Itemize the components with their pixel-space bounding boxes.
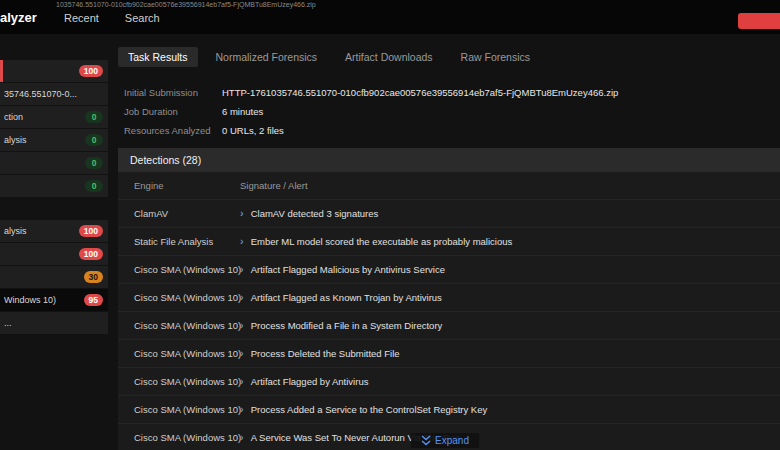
detection-signature-text: Process Deleted the Submitted File bbox=[251, 348, 400, 359]
main-content: Task ResultsNormalized ForensicsArtifact… bbox=[110, 40, 780, 450]
chevron-right-icon: › bbox=[240, 292, 244, 303]
summary-row: Job Duration6 minutes bbox=[124, 102, 780, 121]
detection-engine: Cisco SMA (Windows 10) bbox=[118, 348, 240, 359]
sidebar-item-label: alysis bbox=[4, 226, 27, 236]
detection-row[interactable]: Cisco SMA (Windows 10)›Process Modified … bbox=[118, 312, 780, 340]
chevron-right-icon: › bbox=[240, 208, 244, 219]
top-nav-item-recent[interactable]: Recent bbox=[64, 12, 99, 24]
sidebar-item[interactable]: 35746.551070-0... bbox=[0, 83, 108, 105]
summary-value: HTTP-1761035746.551070-010cfb902cae00576… bbox=[222, 87, 618, 98]
app-brand: alyzer bbox=[0, 10, 37, 25]
detections-table-body: ClamAV›ClamAV detected 3 signaturesStati… bbox=[118, 200, 780, 450]
sidebar-item[interactable]: Windows 10)95 bbox=[0, 289, 108, 311]
sidebar-item[interactable]: 100 bbox=[0, 60, 108, 82]
score-badge: 100 bbox=[79, 248, 103, 260]
detection-engine: ClamAV bbox=[118, 208, 240, 219]
expand-button[interactable]: Expand bbox=[411, 433, 479, 448]
score-badge: 0 bbox=[85, 180, 103, 192]
detection-signature: ›Artifact Flagged as Known Trojan by Ant… bbox=[240, 292, 780, 303]
chevron-right-icon: › bbox=[240, 404, 244, 415]
summary-value: 0 URLs, 2 files bbox=[222, 125, 284, 136]
submission-summary: Initial SubmissionHTTP-1761035746.551070… bbox=[124, 83, 780, 140]
sidebar-item[interactable]: ... bbox=[0, 312, 108, 334]
summary-label: Resources Analyzed bbox=[124, 125, 222, 136]
detection-signature-text: ClamAV detected 3 signatures bbox=[251, 208, 379, 219]
sidebar-item[interactable]: 100 bbox=[0, 243, 108, 265]
detection-row[interactable]: Cisco SMA (Windows 10)›Artifact Flagged … bbox=[118, 284, 780, 312]
tab-raw-forensics[interactable]: Raw Forensics bbox=[451, 47, 540, 67]
detection-row[interactable]: Cisco SMA (Windows 10)›Artifact Flagged … bbox=[118, 256, 780, 284]
detection-signature: ›A Service Was Set To Never Autorun Via … bbox=[240, 432, 780, 443]
submit-button[interactable] bbox=[738, 13, 780, 29]
summary-row: Initial SubmissionHTTP-1761035746.551070… bbox=[124, 83, 780, 102]
detection-signature-text: Process Modified a File in a System Dire… bbox=[251, 320, 443, 331]
detection-engine: Cisco SMA (Windows 10) bbox=[118, 264, 240, 275]
summary-value: 6 minutes bbox=[222, 106, 263, 117]
detection-row[interactable]: Cisco SMA (Windows 10)›Process Added a S… bbox=[118, 396, 780, 424]
score-badge: 100 bbox=[79, 225, 103, 237]
detection-signature: ›Process Added a Service to the ControlS… bbox=[240, 404, 780, 415]
sidebar-item-label: ction bbox=[4, 112, 23, 122]
detection-signature-text: Artifact Flagged by Antivirus bbox=[251, 376, 369, 387]
sidebar-item-label: ... bbox=[4, 318, 12, 328]
chevron-right-icon: › bbox=[240, 376, 244, 387]
detections-title: Detections (28) bbox=[118, 148, 780, 172]
sidebar-item[interactable]: alysis100 bbox=[0, 220, 108, 242]
summary-label: Job Duration bbox=[124, 106, 222, 117]
detection-engine: Cisco SMA (Windows 10) bbox=[118, 320, 240, 331]
detection-engine: Cisco SMA (Windows 10) bbox=[118, 376, 240, 387]
detection-signature: ›Process Deleted the Submitted File bbox=[240, 348, 780, 359]
sidebar-item[interactable]: 0 bbox=[0, 152, 108, 174]
detection-signature: ›Artifact Flagged Malicious by Antivirus… bbox=[240, 264, 780, 275]
sample-path-text: 1035746.551070-010cfb902cae00576e3955691… bbox=[56, 1, 316, 8]
chevron-right-icon: › bbox=[240, 236, 244, 247]
score-badge: 95 bbox=[84, 294, 103, 306]
detection-engine: Cisco SMA (Windows 10) bbox=[118, 292, 240, 303]
chevron-right-icon: › bbox=[240, 348, 244, 359]
tab-artifact-downloads[interactable]: Artifact Downloads bbox=[335, 47, 443, 67]
detection-row[interactable]: ClamAV›ClamAV detected 3 signatures bbox=[118, 200, 780, 228]
app-window: 1035746.551070-010cfb902cae00576e3955691… bbox=[0, 0, 780, 450]
tab-normalized-forensics[interactable]: Normalized Forensics bbox=[206, 47, 328, 67]
score-badge: 0 bbox=[85, 157, 103, 169]
chevron-right-icon: › bbox=[240, 264, 244, 275]
detection-engine: Static File Analysis bbox=[118, 236, 240, 247]
detection-signature: ›Ember ML model scored the executable as… bbox=[240, 236, 780, 247]
detection-signature: ›Artifact Flagged by Antivirus bbox=[240, 376, 780, 387]
score-badge: 100 bbox=[79, 65, 103, 77]
detection-engine: Cisco SMA (Windows 10) bbox=[118, 432, 240, 443]
sidebar-item[interactable]: 0 bbox=[0, 175, 108, 197]
sidebar-divider bbox=[0, 198, 108, 220]
sidebar-item[interactable]: 30 bbox=[0, 266, 108, 288]
detection-signature: ›ClamAV detected 3 signatures bbox=[240, 208, 780, 219]
summary-label: Initial Submission bbox=[124, 87, 222, 98]
detection-row[interactable]: Cisco SMA (Windows 10)›Artifact Flagged … bbox=[118, 368, 780, 396]
detection-engine: Cisco SMA (Windows 10) bbox=[118, 404, 240, 415]
column-header-signature: Signature / Alert bbox=[240, 180, 780, 191]
tab-task-results[interactable]: Task Results bbox=[118, 47, 198, 67]
detection-row[interactable]: Static File Analysis›Ember ML model scor… bbox=[118, 228, 780, 256]
top-nav: RecentSearch bbox=[64, 12, 160, 24]
sidebar-item[interactable]: ction0 bbox=[0, 106, 108, 128]
detections-table-header: Engine Signature / Alert bbox=[118, 172, 780, 200]
summary-row: Resources Analyzed0 URLs, 2 files bbox=[124, 121, 780, 140]
chevron-right-icon: › bbox=[240, 432, 244, 443]
detection-signature-text: Ember ML model scored the executable as … bbox=[251, 236, 513, 247]
detection-signature-text: Artifact Flagged Malicious by Antivirus … bbox=[251, 264, 445, 275]
top-bar: 1035746.551070-010cfb902cae00576e3955691… bbox=[0, 0, 780, 34]
detection-signature-text: Artifact Flagged as Known Trojan by Anti… bbox=[251, 292, 442, 303]
expand-label: Expand bbox=[435, 435, 469, 446]
sidebar-item-label: alysis bbox=[4, 135, 27, 145]
sidebar-item[interactable]: alysis0 bbox=[0, 129, 108, 151]
sidebar: 10035746.551070-0...ction0alysis000alysi… bbox=[0, 60, 108, 335]
top-nav-item-search[interactable]: Search bbox=[125, 12, 160, 24]
sidebar-item-label: 35746.551070-0... bbox=[4, 89, 77, 99]
score-badge: 0 bbox=[85, 111, 103, 123]
score-badge: 0 bbox=[85, 134, 103, 146]
sidebar-item-label: Windows 10) bbox=[4, 295, 56, 305]
tab-bar: Task ResultsNormalized ForensicsArtifact… bbox=[110, 40, 780, 67]
detections-panel: Detections (28) Engine Signature / Alert… bbox=[118, 148, 780, 450]
detection-row[interactable]: Cisco SMA (Windows 10)›Process Deleted t… bbox=[118, 340, 780, 368]
score-badge: 30 bbox=[84, 271, 103, 283]
detection-signature: ›Process Modified a File in a System Dir… bbox=[240, 320, 780, 331]
